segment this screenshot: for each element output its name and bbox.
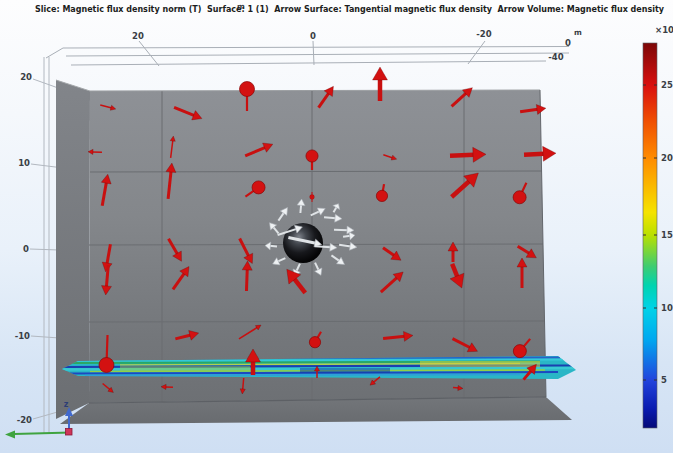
colorbar-tick-label: 15 [661, 230, 673, 240]
orientation-triad: z [5, 400, 73, 439]
plot-title: Slice: Magnetic flux density norm (T) Su… [35, 5, 664, 14]
colorbar: ×10 25 20 15 10 5 [643, 25, 673, 428]
colorbar-tick-label: 25 [661, 80, 673, 90]
z-tick-label: 20 [20, 72, 32, 82]
y-axis-arrow [5, 431, 71, 439]
z-tick-label: 0 [23, 244, 29, 254]
x-tick-label: 20 [132, 31, 144, 41]
origin-marker [66, 429, 73, 436]
z-tick-label: 10 [18, 158, 30, 168]
scene-svg: z 20 0 -20 m m 0 -40 20 10 0 -10 -20 [0, 0, 673, 453]
y-axis-unit: m [574, 28, 582, 37]
colorbar-tick-label: 20 [661, 153, 673, 163]
x-tick-label: -20 [476, 29, 491, 39]
y-tick-label: 0 [565, 38, 571, 48]
x-axis-ruler [46, 41, 569, 66]
x-tick-label: 0 [310, 31, 316, 41]
colorbar-tick-label: 10 [661, 303, 673, 313]
y-axis-labels: m 0 -40 [548, 28, 582, 62]
triad-z-label: z [64, 400, 69, 409]
z-tick-label: -10 [15, 331, 30, 341]
colorbar-multiplier: ×10 [655, 25, 673, 35]
graphics-canvas[interactable]: z 20 0 -20 m m 0 -40 20 10 0 -10 -20 [0, 0, 673, 453]
z-axis-labels: 20 10 0 -10 -20 [15, 72, 32, 425]
colorbar-tick-label: 5 [661, 375, 667, 385]
y-tick-label: -40 [548, 52, 563, 62]
z-tick-label: -20 [17, 415, 32, 425]
